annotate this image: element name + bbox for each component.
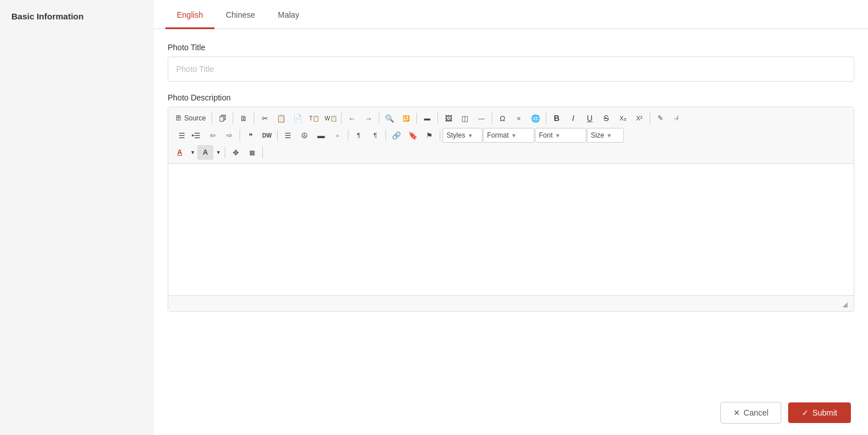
submit-button[interactable]: ✓ Submit [788,402,851,423]
sep-4 [341,112,342,124]
photo-title-label: Photo Title [168,43,854,52]
toolbar-row-3: A ▼ A ▼ ✥ ▦ [172,144,850,161]
sep-11 [240,130,240,141]
creatediv-button[interactable]: DW [259,128,275,143]
tab-english[interactable]: English [165,0,214,29]
superscript-button[interactable]: X² [631,111,647,126]
font-dropdown[interactable]: Font ▼ [535,128,586,143]
sep-13 [348,130,348,141]
sep-12 [277,130,278,141]
sep-17 [262,147,263,158]
size-dropdown[interactable]: Size ▼ [587,128,624,143]
specialchar-button[interactable]: Ω [494,111,510,126]
unordered-list-button[interactable]: •☰ [188,128,204,143]
submit-icon: ✓ [802,408,809,417]
blockquote-button[interactable]: ❝ [242,128,258,143]
selectall-button[interactable]: ▬ [419,111,435,126]
sidebar-title: Basic Information [11,11,84,21]
font-dropdown-arrow: ▼ [555,132,561,139]
sep-15 [440,130,440,141]
styles-dropdown[interactable]: Styles ▼ [443,128,482,143]
horizontalrule-button[interactable]: ― [473,111,489,126]
align-center-button[interactable]: ☮ [297,128,313,143]
tab-malay[interactable]: Malay [266,0,310,29]
textdir-rtl-button[interactable]: ¶ [367,128,383,143]
copy-button[interactable]: 📋 [273,111,289,126]
text-color-button[interactable]: A [172,145,188,160]
main-content: English Chinese Malay Photo Title Photo … [154,0,868,435]
clearformat-button[interactable]: I̶ [669,111,685,126]
language-button[interactable]: 🌐 [528,111,543,126]
bold-button[interactable]: B [549,111,565,126]
underline-button[interactable]: U [582,111,598,126]
sep-6 [416,112,417,124]
unlink-button[interactable]: 🔖 [405,128,421,143]
align-right-button[interactable]: ▬ [313,128,329,143]
editor-statusbar: ◢ [168,295,854,311]
replace-button[interactable]: 🔁 [398,111,414,126]
sep-8 [492,112,492,124]
sep-7 [437,112,438,124]
outdent-button[interactable]: ⇦ [205,128,221,143]
bg-color-arrow[interactable]: ▼ [214,145,222,160]
sep-5 [379,112,379,124]
text-color-arrow[interactable]: ▼ [189,145,197,160]
form-area: Photo Title Photo Description 🖹 Source [154,29,868,325]
textdir-ltr-button[interactable]: ¶ [351,128,367,143]
format-dropdown-arrow: ▼ [511,132,517,139]
ordered-list-button[interactable]: ☰ [172,128,188,143]
find-button[interactable]: 🔍 [382,111,398,126]
templates-button[interactable]: 🗎 [236,111,252,126]
paste-word-button[interactable]: W📋 [323,111,339,126]
text-color-group: A ▼ [172,145,197,160]
bg-color-button[interactable]: A [197,145,213,160]
paste-button[interactable]: 📄 [290,111,306,126]
removeformat-button[interactable]: ✎ [652,111,668,126]
subscript-button[interactable]: X₂ [615,111,631,126]
sep-14 [386,130,386,141]
source-icon: 🖹 [175,114,182,122]
styles-dropdown-arrow: ▼ [468,132,473,139]
showblocks-button[interactable]: ▦ [244,145,260,160]
toolbar-row-1: 🖹 Source 🗍 🗎 ✂ 📋 📄 T📋 [172,110,850,127]
format-dropdown[interactable]: Format ▼ [483,128,534,143]
iframe-button[interactable]: ≡ [511,111,527,126]
footer-actions: ✕ Cancel ✓ Submit [720,402,851,424]
redo-button[interactable]: → [360,111,376,126]
tab-chinese[interactable]: Chinese [214,0,266,29]
editor-toolbar: 🖹 Source 🗍 🗎 ✂ 📋 📄 T📋 [168,107,854,164]
align-justify-button[interactable]: ▫ [330,128,346,143]
source-button[interactable]: 🖹 Source [172,111,209,126]
sep-3 [254,112,254,124]
sidebar: Basic Information [0,0,154,435]
align-left-button[interactable]: ☰ [280,128,296,143]
table-button[interactable]: ◫ [457,111,473,126]
cancel-button[interactable]: ✕ Cancel [720,402,782,424]
anchor-button[interactable]: ⚑ [421,128,437,143]
indent-button[interactable]: ⇨ [221,128,237,143]
italic-button[interactable]: I [565,111,581,126]
link-button[interactable]: 🔗 [388,128,404,143]
bg-color-group: A ▼ [197,145,222,160]
cancel-icon: ✕ [733,408,740,417]
rich-text-editor: 🖹 Source 🗍 🗎 ✂ 📋 📄 T📋 [168,107,854,312]
toolbar-row-2: ☰ •☰ ⇦ ⇨ ❝ DW ☰ ☮ ▬ ▫ [172,127,850,144]
size-dropdown-arrow: ▼ [606,132,612,139]
undo-button[interactable]: ← [344,111,360,126]
sep-9 [546,112,546,124]
editor-body[interactable] [168,164,854,295]
tabs-bar: English Chinese Malay [154,0,868,29]
sep-2 [233,112,233,124]
photo-description-label: Photo Description [168,93,854,102]
new-doc-button[interactable]: 🗍 [214,111,230,126]
paste-text-button[interactable]: T📋 [306,111,322,126]
sep-1 [212,112,212,124]
maximize-button[interactable]: ✥ [228,145,244,160]
resize-handle: ◢ [842,300,849,307]
image-button[interactable]: 🖼 [440,111,456,126]
photo-title-input[interactable] [168,57,854,82]
sep-16 [225,147,225,158]
strikethrough-button[interactable]: S [598,111,614,126]
cut-button[interactable]: ✂ [257,111,273,126]
page-wrapper: Basic Information English Chinese Malay … [0,0,868,435]
